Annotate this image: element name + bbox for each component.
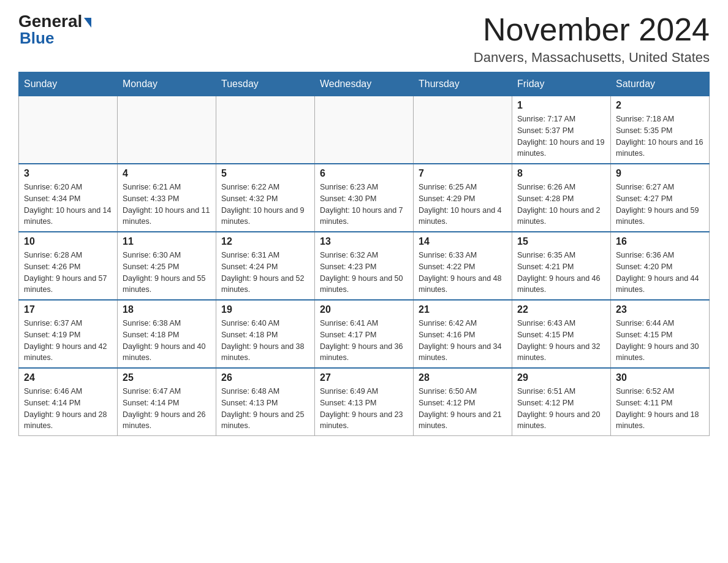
table-row: 30 Sunrise: 6:52 AM Sunset: 4:11 PM Dayl… xyxy=(611,368,710,436)
table-row: 3 Sunrise: 6:20 AM Sunset: 4:34 PM Dayli… xyxy=(19,164,118,232)
table-row xyxy=(216,96,315,164)
day-number: 16 xyxy=(616,236,704,247)
day-number: 4 xyxy=(123,168,211,179)
sunset-text: Sunset: 4:19 PM xyxy=(24,329,112,341)
cell-info: Sunrise: 6:52 AM Sunset: 4:11 PM Dayligh… xyxy=(616,386,704,432)
cell-info: Sunrise: 6:33 AM Sunset: 4:22 PM Dayligh… xyxy=(419,250,507,296)
logo-line2: Blue xyxy=(20,29,54,48)
cell-info: Sunrise: 6:23 AM Sunset: 4:30 PM Dayligh… xyxy=(320,182,408,228)
day-number: 6 xyxy=(320,168,408,179)
cell-info: Sunrise: 6:36 AM Sunset: 4:20 PM Dayligh… xyxy=(616,250,704,296)
sunset-text: Sunset: 4:12 PM xyxy=(419,397,507,409)
daylight-text: Daylight: 9 hours and 44 minutes. xyxy=(616,273,704,296)
table-row: 17 Sunrise: 6:37 AM Sunset: 4:19 PM Dayl… xyxy=(19,300,118,368)
table-row: 9 Sunrise: 6:27 AM Sunset: 4:27 PM Dayli… xyxy=(611,164,710,232)
header: General Blue November 2024 Danvers, Mass… xyxy=(18,12,710,66)
table-row: 21 Sunrise: 6:42 AM Sunset: 4:16 PM Dayl… xyxy=(414,300,512,368)
day-number: 30 xyxy=(616,372,704,383)
sunset-text: Sunset: 4:23 PM xyxy=(320,261,408,273)
sunrise-text: Sunrise: 6:33 AM xyxy=(419,250,507,261)
cell-info: Sunrise: 6:27 AM Sunset: 4:27 PM Dayligh… xyxy=(616,182,704,228)
daylight-text: Daylight: 9 hours and 34 minutes. xyxy=(419,341,507,364)
header-friday: Friday xyxy=(512,72,611,96)
sunrise-text: Sunrise: 6:30 AM xyxy=(123,250,211,261)
table-row: 25 Sunrise: 6:47 AM Sunset: 4:14 PM Dayl… xyxy=(118,368,216,436)
day-number: 1 xyxy=(517,100,605,111)
table-row: 5 Sunrise: 6:22 AM Sunset: 4:32 PM Dayli… xyxy=(216,164,315,232)
calendar-row: 1 Sunrise: 7:17 AM Sunset: 5:37 PM Dayli… xyxy=(19,96,710,164)
day-number: 25 xyxy=(123,372,211,383)
sunrise-text: Sunrise: 6:25 AM xyxy=(419,182,507,193)
sunset-text: Sunset: 4:34 PM xyxy=(24,193,112,205)
daylight-text: Daylight: 9 hours and 57 minutes. xyxy=(24,273,112,296)
daylight-text: Daylight: 9 hours and 28 minutes. xyxy=(24,409,112,432)
table-row: 6 Sunrise: 6:23 AM Sunset: 4:30 PM Dayli… xyxy=(315,164,414,232)
cell-info: Sunrise: 6:42 AM Sunset: 4:16 PM Dayligh… xyxy=(419,318,507,364)
sunrise-text: Sunrise: 7:17 AM xyxy=(517,113,605,125)
sunrise-text: Sunrise: 7:18 AM xyxy=(616,113,704,125)
daylight-text: Daylight: 10 hours and 16 minutes. xyxy=(616,137,704,160)
day-number: 10 xyxy=(24,236,112,247)
day-number: 8 xyxy=(517,168,605,179)
daylight-text: Daylight: 9 hours and 30 minutes. xyxy=(616,341,704,364)
calendar-row: 17 Sunrise: 6:37 AM Sunset: 4:19 PM Dayl… xyxy=(19,300,710,368)
sunset-text: Sunset: 4:15 PM xyxy=(616,329,704,341)
cell-info: Sunrise: 6:35 AM Sunset: 4:21 PM Dayligh… xyxy=(517,250,605,296)
sunrise-text: Sunrise: 6:43 AM xyxy=(517,318,605,329)
sunset-text: Sunset: 4:16 PM xyxy=(419,329,507,341)
table-row: 18 Sunrise: 6:38 AM Sunset: 4:18 PM Dayl… xyxy=(118,300,216,368)
table-row: 14 Sunrise: 6:33 AM Sunset: 4:22 PM Dayl… xyxy=(414,232,512,300)
table-row: 29 Sunrise: 6:51 AM Sunset: 4:12 PM Dayl… xyxy=(512,368,611,436)
cell-info: Sunrise: 6:30 AM Sunset: 4:25 PM Dayligh… xyxy=(123,250,211,296)
cell-info: Sunrise: 6:44 AM Sunset: 4:15 PM Dayligh… xyxy=(616,318,704,364)
cell-info: Sunrise: 6:20 AM Sunset: 4:34 PM Dayligh… xyxy=(24,182,112,228)
sunrise-text: Sunrise: 6:52 AM xyxy=(616,386,704,397)
daylight-text: Daylight: 10 hours and 2 minutes. xyxy=(517,205,605,228)
sunset-text: Sunset: 4:17 PM xyxy=(320,329,408,341)
daylight-text: Daylight: 9 hours and 38 minutes. xyxy=(221,341,309,364)
cell-info: Sunrise: 6:21 AM Sunset: 4:33 PM Dayligh… xyxy=(123,182,211,228)
table-row: 13 Sunrise: 6:32 AM Sunset: 4:23 PM Dayl… xyxy=(315,232,414,300)
daylight-text: Daylight: 10 hours and 9 minutes. xyxy=(221,205,309,228)
sunrise-text: Sunrise: 6:28 AM xyxy=(24,250,112,261)
cell-info: Sunrise: 6:25 AM Sunset: 4:29 PM Dayligh… xyxy=(419,182,507,228)
cell-info: Sunrise: 6:28 AM Sunset: 4:26 PM Dayligh… xyxy=(24,250,112,296)
daylight-text: Daylight: 10 hours and 7 minutes. xyxy=(320,205,408,228)
weekday-header-row: Sunday Monday Tuesday Wednesday Thursday… xyxy=(19,72,710,96)
daylight-text: Daylight: 10 hours and 11 minutes. xyxy=(123,205,211,228)
sunset-text: Sunset: 4:24 PM xyxy=(221,261,309,273)
sunset-text: Sunset: 4:28 PM xyxy=(517,193,605,205)
table-row: 19 Sunrise: 6:40 AM Sunset: 4:18 PM Dayl… xyxy=(216,300,315,368)
sunrise-text: Sunrise: 6:22 AM xyxy=(221,182,309,193)
day-number: 20 xyxy=(320,304,408,315)
sunrise-text: Sunrise: 6:27 AM xyxy=(616,182,704,193)
day-number: 7 xyxy=(419,168,507,179)
sunrise-text: Sunrise: 6:47 AM xyxy=(123,386,211,397)
header-saturday: Saturday xyxy=(611,72,710,96)
sunrise-text: Sunrise: 6:20 AM xyxy=(24,182,112,193)
logo: General Blue xyxy=(18,12,91,48)
calendar-row: 10 Sunrise: 6:28 AM Sunset: 4:26 PM Dayl… xyxy=(19,232,710,300)
day-number: 3 xyxy=(24,168,112,179)
sunrise-text: Sunrise: 6:38 AM xyxy=(123,318,211,329)
calendar-table: Sunday Monday Tuesday Wednesday Thursday… xyxy=(18,72,710,436)
header-monday: Monday xyxy=(118,72,216,96)
daylight-text: Daylight: 9 hours and 48 minutes. xyxy=(419,273,507,296)
day-number: 18 xyxy=(123,304,211,315)
cell-info: Sunrise: 6:22 AM Sunset: 4:32 PM Dayligh… xyxy=(221,182,309,228)
table-row: 11 Sunrise: 6:30 AM Sunset: 4:25 PM Dayl… xyxy=(118,232,216,300)
sunset-text: Sunset: 4:30 PM xyxy=(320,193,408,205)
table-row: 2 Sunrise: 7:18 AM Sunset: 5:35 PM Dayli… xyxy=(611,96,710,164)
cell-info: Sunrise: 6:41 AM Sunset: 4:17 PM Dayligh… xyxy=(320,318,408,364)
sunrise-text: Sunrise: 6:49 AM xyxy=(320,386,408,397)
cell-info: Sunrise: 7:18 AM Sunset: 5:35 PM Dayligh… xyxy=(616,113,704,159)
sunrise-text: Sunrise: 6:50 AM xyxy=(419,386,507,397)
table-row: 4 Sunrise: 6:21 AM Sunset: 4:33 PM Dayli… xyxy=(118,164,216,232)
sunset-text: Sunset: 4:21 PM xyxy=(517,261,605,273)
sunset-text: Sunset: 5:35 PM xyxy=(616,125,704,137)
day-number: 13 xyxy=(320,236,408,247)
table-row xyxy=(19,96,118,164)
table-row: 8 Sunrise: 6:26 AM Sunset: 4:28 PM Dayli… xyxy=(512,164,611,232)
sunset-text: Sunset: 4:29 PM xyxy=(419,193,507,205)
table-row xyxy=(414,96,512,164)
